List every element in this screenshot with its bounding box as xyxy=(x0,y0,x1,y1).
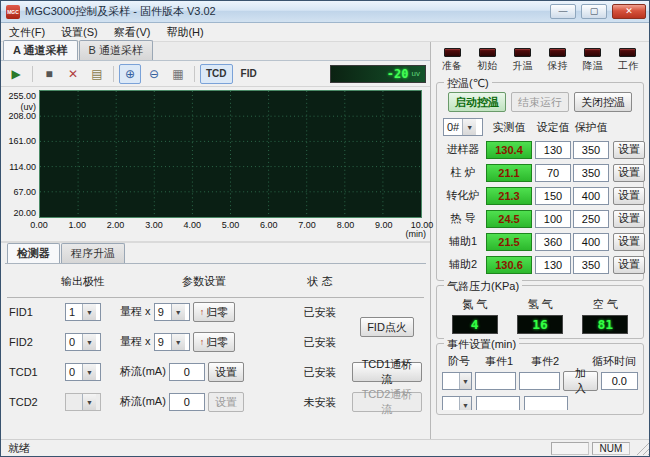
column-oven-set-button[interactable]: 设置 xyxy=(613,164,645,182)
zoom-in-icon[interactable]: ⊕ xyxy=(119,64,141,84)
aux1-set-button[interactable]: 设置 xyxy=(613,233,645,251)
status-cap-cell xyxy=(551,442,589,455)
aux2-set-button[interactable]: 设置 xyxy=(613,256,645,274)
converter-setpoint[interactable]: 150 xyxy=(535,187,571,205)
fid2-polarity-select[interactable]: 0▼ xyxy=(65,333,101,351)
chevron-down-icon[interactable]: ▼ xyxy=(82,364,96,380)
chevron-down-icon[interactable]: ▼ xyxy=(459,373,471,389)
zoom-out-icon[interactable]: ⊖ xyxy=(143,64,165,84)
injector-set-button[interactable]: 设置 xyxy=(613,141,645,159)
tcd1-polarity-select[interactable]: 0▼ xyxy=(65,363,101,381)
chart-y-axis: 255.00 (uv) 208.00 161.00 114.00 67.00 2… xyxy=(3,90,39,218)
paste-icon[interactable]: ▤ xyxy=(86,64,108,84)
fid1-range-select[interactable]: 9▼ xyxy=(154,303,190,321)
stage-select-2[interactable]: ▼ xyxy=(442,396,472,410)
converter-set-button[interactable]: 设置 xyxy=(613,187,645,205)
fid2-range-select[interactable]: 9▼ xyxy=(154,333,190,351)
header-event2: 事件2 xyxy=(522,354,568,369)
tab-channel-b[interactable]: B 通道采样 xyxy=(79,40,153,60)
bridge-current-label: 桥流(mA) xyxy=(120,365,166,377)
aux2-protect[interactable]: 350 xyxy=(573,256,609,274)
event-list-clipped: ▼ xyxy=(442,396,638,410)
injector-protect[interactable]: 350 xyxy=(573,141,609,159)
menu-view[interactable]: 察看(V) xyxy=(106,23,159,42)
x-tick: 4.00 xyxy=(183,220,201,230)
chart-plot[interactable] xyxy=(39,90,422,218)
led-lamp-icon xyxy=(584,48,601,57)
start-temp-button[interactable]: 启动控温 xyxy=(448,92,506,112)
toolbar-separator xyxy=(32,66,33,82)
play-icon[interactable]: ▶ xyxy=(5,64,27,84)
temp-row-label: 柱 炉 xyxy=(442,161,484,184)
led-lamp-icon xyxy=(619,48,636,57)
column-oven-protect[interactable]: 350 xyxy=(573,164,609,182)
toolbar: ▶ ■ ✕ ▤ ⊕ ⊖ ▦ TCD FID -20 uv xyxy=(1,61,430,87)
column-oven-setpoint[interactable]: 70 xyxy=(535,164,571,182)
chevron-down-icon[interactable]: ▼ xyxy=(171,334,185,350)
chart-area: 255.00 (uv) 208.00 161.00 114.00 67.00 2… xyxy=(1,87,430,241)
menu-settings[interactable]: 设置(S) xyxy=(53,23,106,42)
menu-help[interactable]: 帮助(H) xyxy=(158,23,211,42)
header-protect: 保护值 xyxy=(572,116,610,138)
tcd-set-button[interactable]: 设置 xyxy=(613,210,645,228)
y-tick: 20.00 xyxy=(13,208,36,218)
event-group-label: 事件设置(min) xyxy=(444,337,519,352)
row-label-tcd1: TCD1 xyxy=(7,357,48,387)
tcd1-bridge-on-button[interactable]: TCD1通桥流 xyxy=(352,362,422,382)
aux2-setpoint[interactable]: 130 xyxy=(535,256,571,274)
tcd1-bridge-input[interactable]: 0 xyxy=(169,363,205,381)
maximize-button[interactable]: ▢ xyxy=(581,4,607,19)
stage-select[interactable]: ▼ xyxy=(442,372,472,390)
tcd-protect[interactable]: 250 xyxy=(573,210,609,228)
tab-temp-program[interactable]: 程序升温 xyxy=(61,243,125,263)
close-temp-button[interactable]: 关闭控温 xyxy=(574,92,632,112)
event1-input[interactable] xyxy=(475,372,516,390)
header-setpoint: 设定值 xyxy=(534,116,572,138)
delete-icon[interactable]: ✕ xyxy=(62,64,84,84)
fid-toggle-button[interactable]: FID xyxy=(235,64,263,84)
fid2-zero-button[interactable]: ↑归零 xyxy=(193,332,236,352)
tcd-setpoint[interactable]: 100 xyxy=(535,210,571,228)
chevron-down-icon[interactable]: ▼ xyxy=(82,334,96,350)
stop-icon[interactable]: ■ xyxy=(38,64,60,84)
right-pane: 准备 初始 升温 保持 降温 工作 控温(℃) 启动控温 结束运行 关闭控温 0… xyxy=(431,42,649,439)
aux1-actual: 21.5 xyxy=(486,233,532,251)
aux1-protect[interactable]: 400 xyxy=(573,233,609,251)
minimize-button[interactable]: — xyxy=(550,4,576,19)
fid1-zero-button[interactable]: ↑归零 xyxy=(193,302,236,322)
temp-row-label: 辅助2 xyxy=(442,253,484,276)
chevron-down-icon[interactable]: ▼ xyxy=(82,304,96,320)
row-label-tcd2: TCD2 xyxy=(7,387,48,417)
status-num-cell: NUM xyxy=(592,442,630,455)
injector-setpoint[interactable]: 130 xyxy=(535,141,571,159)
close-button[interactable]: ✕ xyxy=(612,4,646,19)
overlay-icon[interactable]: ▦ xyxy=(167,64,189,84)
aux1-setpoint[interactable]: 360 xyxy=(535,233,571,251)
cycle-time-label: 循环时间 xyxy=(592,354,638,369)
chevron-down-icon[interactable]: ▼ xyxy=(462,119,476,135)
fid1-polarity-select[interactable]: 1▼ xyxy=(65,303,101,321)
hydrogen-pressure-display: 16 xyxy=(517,315,563,334)
column-oven-actual: 21.1 xyxy=(486,164,532,182)
menu-file[interactable]: 文件(F) xyxy=(1,23,53,42)
tcd-toggle-button[interactable]: TCD xyxy=(200,64,233,84)
chevron-down-icon[interactable]: ▼ xyxy=(171,304,185,320)
tcd1-set-button[interactable]: 设置 xyxy=(208,362,244,382)
fid-ignite-button[interactable]: FID点火 xyxy=(360,317,414,337)
signal-unit: uv xyxy=(412,69,420,78)
add-event-button[interactable]: 加入 xyxy=(563,371,597,391)
event2-input[interactable] xyxy=(519,372,560,390)
converter-protect[interactable]: 400 xyxy=(573,187,609,205)
cycle-time-value[interactable]: 0.0 xyxy=(601,372,638,390)
tab-channel-a[interactable]: A 通道采样 xyxy=(3,40,78,60)
run-state-leds: 准备 初始 升温 保持 降温 工作 xyxy=(436,46,644,78)
led-lamp-icon xyxy=(479,48,496,57)
detector-row-fid1: FID1 1▼ 量程 x 9▼ ↑归零 已安装 FID点火 xyxy=(7,297,424,327)
tab-detector[interactable]: 检测器 xyxy=(7,243,60,263)
chevron-down-icon[interactable]: ▼ xyxy=(459,397,471,410)
header-status: 状 态 xyxy=(290,267,350,297)
led-hold: 保持 xyxy=(548,48,568,78)
resize-grip[interactable] xyxy=(635,441,649,455)
zone-selector[interactable]: 0#▼ xyxy=(443,118,483,136)
app-window: MGC MGC3000控制及采样 - 固件版本 V3.02 — ▢ ✕ 文件(F… xyxy=(0,0,650,457)
